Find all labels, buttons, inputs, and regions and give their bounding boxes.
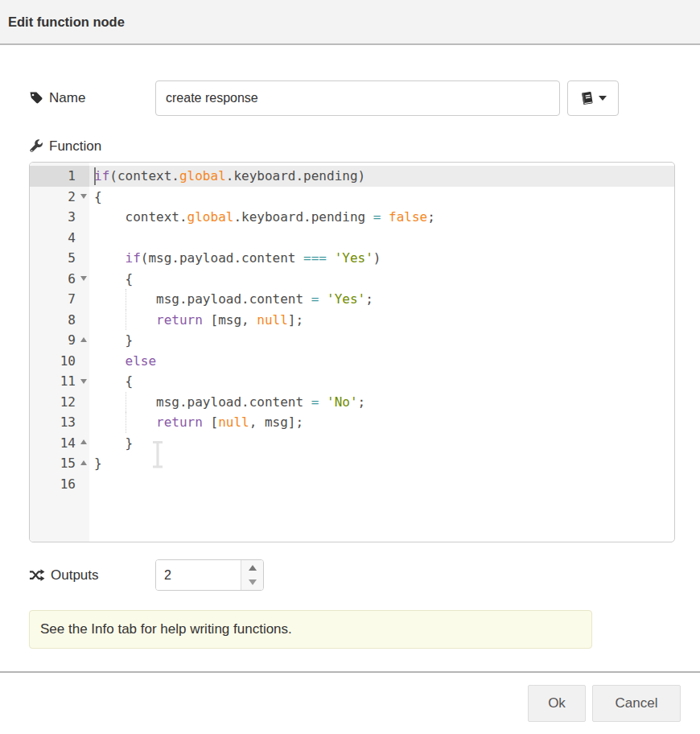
- gutter-line-number: 14: [30, 433, 89, 454]
- dialog-header: Edit function node: [0, 0, 700, 45]
- dialog-body: Name Function: [0, 80, 700, 649]
- code-line[interactable]: {: [89, 269, 674, 290]
- name-label-text: Name: [49, 90, 85, 106]
- info-tip: See the Info tab for help writing functi…: [29, 610, 592, 649]
- dialog-footer: Ok Cancel: [0, 673, 700, 722]
- fold-close-icon[interactable]: [80, 460, 87, 465]
- dialog-title: Edit function node: [8, 14, 125, 30]
- info-tip-text: See the Info tab for help writing functi…: [40, 621, 292, 637]
- gutter-line-number: 2: [30, 187, 89, 208]
- code-line[interactable]: {: [89, 371, 674, 392]
- code-line[interactable]: if(msg.payload.content === 'Yes'): [89, 248, 674, 269]
- gutter-line-number: 10: [30, 351, 89, 372]
- spinner-up-button[interactable]: [241, 560, 263, 575]
- gutter-line-number: 6: [30, 269, 89, 290]
- gutter-line-number: 7: [30, 289, 89, 310]
- cancel-button[interactable]: Cancel: [592, 685, 681, 722]
- fold-close-icon[interactable]: [80, 337, 87, 342]
- code-line[interactable]: return [null, msg];: [89, 412, 674, 433]
- function-label: Function: [29, 138, 155, 155]
- fold-open-icon[interactable]: [80, 379, 87, 384]
- code-line[interactable]: if(context.global.keyboard.pending): [89, 166, 674, 187]
- wrench-icon: [29, 139, 43, 154]
- fold-open-icon[interactable]: [80, 276, 87, 281]
- function-row: Function: [29, 138, 675, 155]
- gutter-line-number: 1: [30, 166, 89, 187]
- outputs-spinner: [155, 559, 264, 591]
- code-line[interactable]: }: [89, 330, 674, 351]
- caret-down-icon: [599, 96, 607, 101]
- fold-close-icon[interactable]: [80, 439, 87, 444]
- outputs-label-text: Outputs: [51, 567, 99, 583]
- text-caret: [94, 167, 96, 185]
- code-line[interactable]: context.global.keyboard.pending = false;: [89, 207, 674, 228]
- gutter-line-number: 9: [30, 330, 89, 351]
- function-label-text: Function: [49, 138, 101, 155]
- code-line[interactable]: msg.payload.content = 'No';: [89, 392, 674, 413]
- code-line[interactable]: else: [89, 351, 674, 372]
- spinner-buttons: [241, 560, 263, 590]
- code-line[interactable]: [89, 228, 674, 249]
- spinner-up-icon: [249, 565, 257, 571]
- spinner-down-icon: [249, 579, 257, 585]
- outputs-row: Outputs: [29, 559, 675, 591]
- name-input[interactable]: [155, 80, 560, 116]
- code-line[interactable]: [89, 474, 674, 495]
- gutter-line-number: 4: [30, 228, 89, 249]
- function-code-editor[interactable]: 12345678910111213141516 if(context.globa…: [29, 162, 675, 542]
- gutter-line-number: 16: [30, 474, 89, 495]
- gutter-line-number: 12: [30, 392, 89, 413]
- code-line[interactable]: msg.payload.content = 'Yes';: [89, 289, 674, 310]
- ok-button[interactable]: Ok: [528, 685, 586, 722]
- fold-open-icon[interactable]: [80, 194, 87, 199]
- code-line[interactable]: }: [89, 453, 674, 474]
- gutter-line-number: 11: [30, 371, 89, 392]
- outputs-label: Outputs: [29, 567, 155, 583]
- code-line[interactable]: }: [89, 433, 674, 454]
- gutter-line-number: 3: [30, 207, 89, 228]
- gutter-line-number: 15: [30, 453, 89, 474]
- gutter-line-number: 5: [30, 248, 89, 269]
- editor-gutter: 12345678910111213141516: [30, 163, 89, 542]
- editor-code: if(context.global.keyboard.pending){ con…: [89, 163, 674, 542]
- shuffle-icon: [29, 568, 45, 582]
- name-row: Name: [29, 80, 675, 116]
- outputs-input[interactable]: [156, 560, 241, 590]
- library-button[interactable]: [567, 80, 619, 116]
- code-line[interactable]: {: [89, 187, 674, 208]
- book-icon: [580, 91, 594, 106]
- name-label: Name: [29, 90, 155, 106]
- gutter-line-number: 8: [30, 310, 89, 331]
- spinner-down-button[interactable]: [241, 575, 263, 591]
- gutter-line-number: 13: [30, 412, 89, 433]
- code-line[interactable]: return [msg, null];: [89, 310, 674, 331]
- tag-icon: [29, 91, 43, 105]
